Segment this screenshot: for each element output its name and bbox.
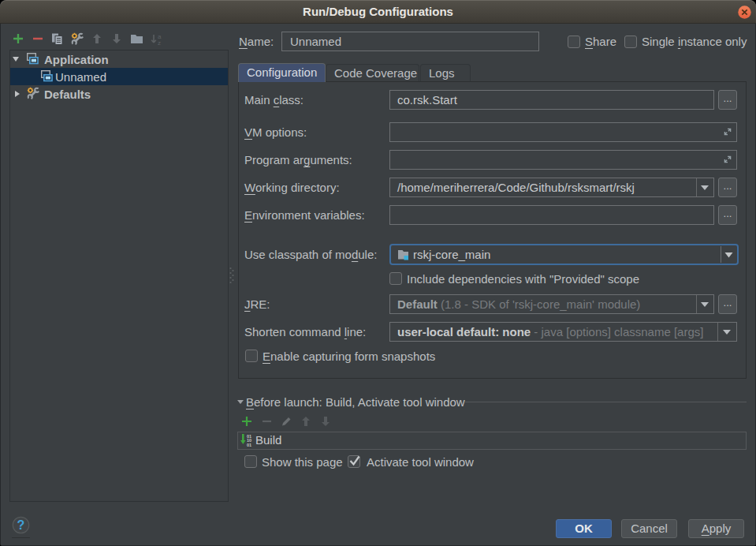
svg-text:01: 01 — [247, 443, 251, 447]
svg-text:z: z — [158, 39, 161, 46]
svg-text:?: ? — [17, 518, 25, 532]
